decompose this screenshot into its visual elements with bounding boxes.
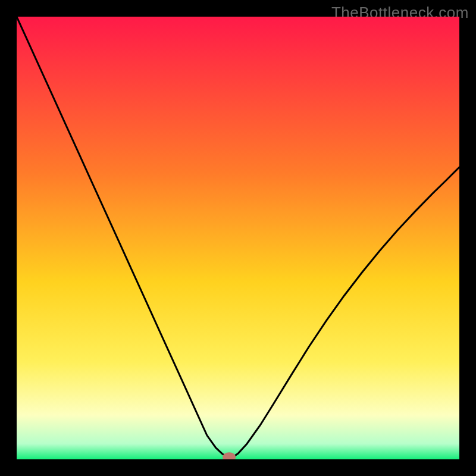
bottleneck-chart <box>17 17 459 459</box>
chart-frame: TheBottleneck.com <box>0 0 476 476</box>
gradient-background <box>17 17 459 459</box>
